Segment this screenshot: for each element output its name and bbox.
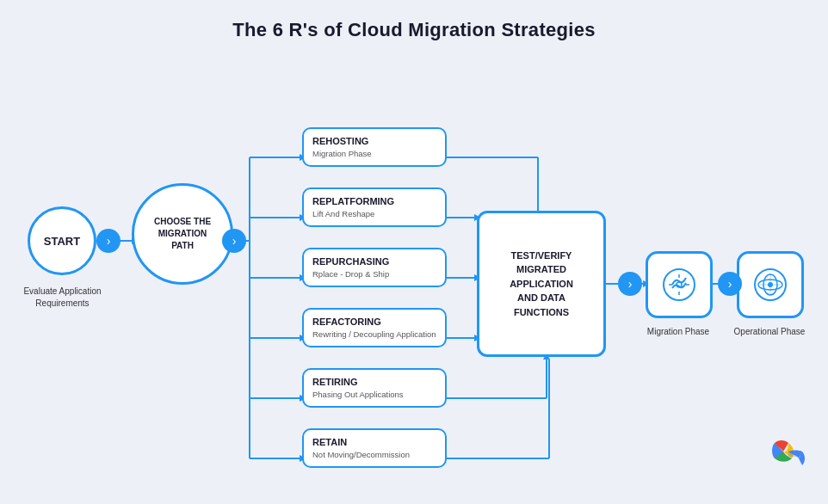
operational-icon bbox=[751, 266, 789, 304]
google-logo bbox=[768, 434, 811, 473]
box-rehosting: REHOSTING Migration Phase bbox=[302, 127, 447, 167]
box-replatforming: REPLATFORMING Lift And Reshape bbox=[302, 187, 447, 227]
verify-arrow: › bbox=[618, 272, 642, 296]
diagram: START Evaluate Application Requirements … bbox=[0, 60, 828, 482]
start-label: Evaluate Application Requirements bbox=[17, 286, 108, 310]
choose-node: CHOOSE THE MIGRATION PATH bbox=[132, 183, 233, 285]
box-retain: RETAIN Not Moving/Decommission bbox=[302, 428, 447, 468]
box-retiring: RETIRING Phasing Out Applications bbox=[302, 368, 447, 408]
operational-phase-node bbox=[737, 251, 804, 318]
migration-phase-label: Migration Phase bbox=[635, 327, 721, 336]
box-repurchasing: REPURCHASING Rplace - Drop & Ship bbox=[302, 248, 447, 287]
choose-arrow: › bbox=[222, 229, 246, 253]
migration-icon bbox=[660, 266, 698, 304]
box-refactoring: REFACTORING Rewriting / Decoupling Appli… bbox=[302, 308, 447, 347]
start-node: START bbox=[28, 206, 96, 275]
svg-point-36 bbox=[664, 269, 695, 300]
migration-to-operational-arrow: › bbox=[718, 272, 742, 296]
verify-box: TEST/VERIFY MIGRATED APPLICATION AND DAT… bbox=[477, 211, 606, 357]
start-arrow: › bbox=[96, 229, 120, 253]
migration-phase-node bbox=[646, 251, 713, 318]
operational-phase-label: Operational Phase bbox=[726, 327, 813, 336]
page: The 6 R's of Cloud Migration Strategies bbox=[0, 0, 828, 504]
page-title: The 6 R's of Cloud Migration Strategies bbox=[0, 0, 828, 41]
google-icon bbox=[768, 434, 811, 467]
